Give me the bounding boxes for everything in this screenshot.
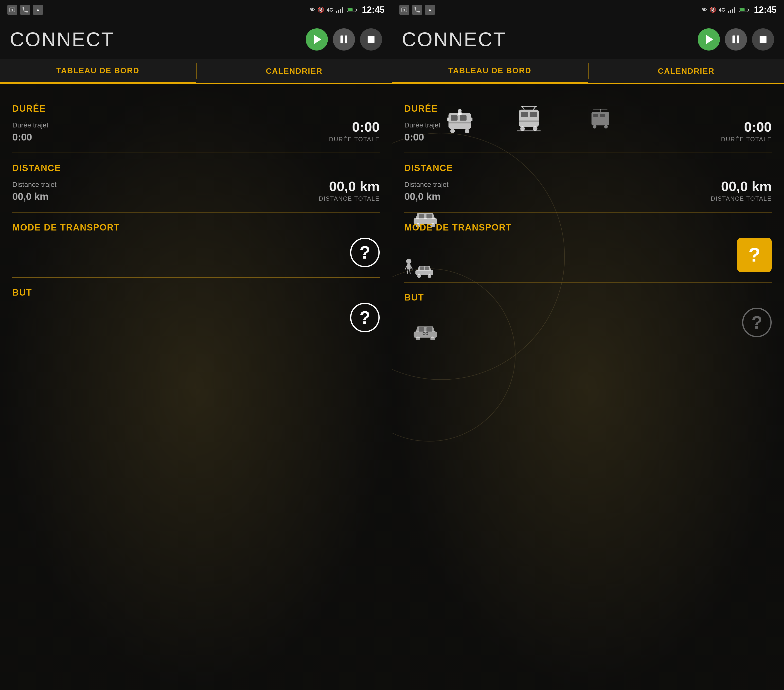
mute-icon: 🔇 — [318, 7, 324, 13]
header-buttons-left — [306, 28, 382, 51]
section-content-duree-left: Durée trajet 0:00 0:00 DURÉE TOTALE — [12, 119, 380, 143]
section-title-distance-left: DISTANCE — [12, 163, 380, 173]
duree-trajet-label-right: Durée trajet — [404, 121, 440, 129]
section-content-transport-right: ? — [404, 238, 772, 272]
svg-point-12 — [404, 9, 405, 11]
svg-rect-17 — [732, 8, 733, 13]
section-right-duree-r: 0:00 DURÉE TOTALE — [721, 119, 772, 143]
duree-total-value-right: 0:00 — [721, 119, 772, 135]
header-buttons-right — [698, 28, 774, 51]
section-content-duree-right: Durée trajet 0:00 0:00 DURÉE TOTALE — [404, 119, 772, 143]
duree-trajet-label-left: Durée trajet — [12, 121, 48, 129]
section-distance-left: DISTANCE Distance trajet 00,0 km 00,0 km… — [12, 153, 380, 212]
section-duree-right: DURÉE Durée trajet 0:00 0:00 DURÉE TOTAL… — [404, 94, 772, 153]
svg-text:A: A — [37, 8, 39, 12]
svg-rect-9 — [356, 9, 357, 11]
eye-icon-r: 👁 — [702, 7, 707, 13]
section-content-but-right: ? — [404, 308, 772, 337]
tab-tableau-right[interactable]: TABLEAU DE BORD — [392, 59, 588, 83]
section-content-distance-right: Distance trajet 00,0 km 00,0 km DISTANCE… — [404, 178, 772, 202]
svg-rect-20 — [748, 9, 749, 11]
svg-text:A: A — [429, 8, 431, 12]
status-bar-left: A 👁 🔇 4G 12:45 — [0, 0, 392, 20]
play-button-left[interactable] — [306, 28, 328, 51]
section-content-distance-left: Distance trajet 00,0 km 00,0 km DISTANCE… — [12, 178, 380, 202]
transport-question-icon-right[interactable]: ? — [737, 238, 772, 272]
distance-trajet-label-left: Distance trajet — [12, 181, 56, 189]
status-time: 12:45 — [362, 5, 385, 15]
section-title-but-left: BUT — [12, 287, 380, 298]
section-right-duree: 0:00 DURÉE TOTALE — [329, 119, 380, 143]
tabs-bar-right: TABLEAU DE BORD CALENDRIER — [392, 59, 784, 84]
transport-question-icon-left[interactable]: ? — [350, 238, 380, 267]
tab-tableau-left[interactable]: TABLEAU DE BORD — [0, 59, 196, 83]
section-but-left: BUT ? — [12, 278, 380, 342]
section-left-duree: Durée trajet 0:00 — [12, 121, 48, 143]
duree-total-label-left: DURÉE TOTALE — [329, 136, 380, 143]
tabs-bar-left: TABLEAU DE BORD CALENDRIER — [0, 59, 392, 84]
section-title-duree-right: DURÉE — [404, 104, 772, 114]
status-time-r: 12:45 — [754, 5, 777, 15]
photo-icon — [7, 5, 17, 15]
duree-total-value-left: 0:00 — [329, 119, 380, 135]
section-title-transport-left: MODE DE TRANSPORT — [12, 222, 380, 233]
duree-trajet-value-left: 0:00 — [12, 132, 48, 143]
stop-icon-r — [759, 36, 766, 43]
app-header-left: CONNECT — [0, 20, 392, 59]
svg-rect-15 — [728, 11, 729, 13]
duree-trajet-value-right: 0:00 — [404, 132, 440, 143]
left-panel: A 👁 🔇 4G 12:45 — [0, 0, 392, 690]
signal-icon-r — [728, 7, 737, 13]
pause-icon — [341, 36, 348, 43]
section-title-duree-left: DURÉE — [12, 104, 380, 114]
distance-total-label-left: DISTANCE TOTALE — [319, 195, 380, 202]
photo-icon-r — [399, 5, 409, 15]
status-icons-right: A — [399, 5, 435, 15]
section-but-right: BUT ? — [404, 283, 772, 347]
svg-rect-16 — [730, 10, 731, 13]
app-icon: A — [33, 5, 43, 15]
phone-icon — [20, 5, 30, 15]
but-question-icon-right[interactable]: ? — [742, 308, 772, 337]
battery-icon-r — [739, 7, 750, 13]
app-icon-r: A — [425, 5, 435, 15]
play-button-right[interactable] — [698, 28, 720, 51]
pause-button-left[interactable] — [333, 28, 355, 51]
system-icons: 👁 🔇 4G — [310, 7, 358, 13]
distance-trajet-value-left: 00,0 km — [12, 191, 56, 202]
system-icons-r: 👁 🔇 4G — [702, 7, 750, 13]
section-right-distance-r: 00,0 km DISTANCE TOTALE — [711, 178, 772, 202]
mute-icon-r: 🔇 — [710, 7, 716, 13]
section-content-transport-left: ? — [12, 238, 380, 267]
battery-icon — [347, 7, 358, 13]
signal-icon — [336, 7, 345, 13]
svg-rect-18 — [734, 7, 735, 13]
svg-rect-5 — [338, 10, 339, 13]
section-right-distance: 00,0 km DISTANCE TOTALE — [319, 178, 380, 202]
section-transport-right: MODE DE TRANSPORT ? — [404, 212, 772, 283]
but-question-icon-left[interactable]: ? — [350, 303, 380, 332]
app-title-right: CONNECT — [402, 28, 506, 51]
svg-rect-4 — [336, 11, 337, 13]
svg-rect-6 — [340, 8, 341, 13]
main-content-right: CO DURÉE Durée trajet 0:00 0:00 DURÉE TO… — [392, 84, 784, 690]
pause-button-right[interactable] — [725, 28, 747, 51]
distance-total-value-left: 00,0 km — [319, 178, 380, 194]
section-left-distance: Distance trajet 00,0 km — [12, 181, 56, 202]
phone-icon-r — [412, 5, 422, 15]
svg-rect-10 — [348, 8, 352, 12]
stop-button-left[interactable] — [360, 28, 382, 51]
4g-icon-r: 4G — [719, 7, 725, 13]
distance-total-label-right: DISTANCE TOTALE — [711, 195, 772, 202]
pause-icon-r — [733, 36, 740, 43]
4g-icon: 4G — [327, 7, 333, 13]
stop-button-right[interactable] — [752, 28, 774, 51]
duree-total-label-right: DURÉE TOTALE — [721, 136, 772, 143]
svg-rect-21 — [740, 8, 744, 12]
tab-calendrier-right[interactable]: CALENDRIER — [588, 59, 784, 83]
svg-point-1 — [12, 9, 13, 11]
tab-calendrier-left[interactable]: CALENDRIER — [196, 59, 392, 83]
section-transport-left: MODE DE TRANSPORT ? — [12, 212, 380, 278]
distance-trajet-value-right: 00,0 km — [404, 191, 448, 202]
section-content-but-left: ? — [12, 303, 380, 332]
